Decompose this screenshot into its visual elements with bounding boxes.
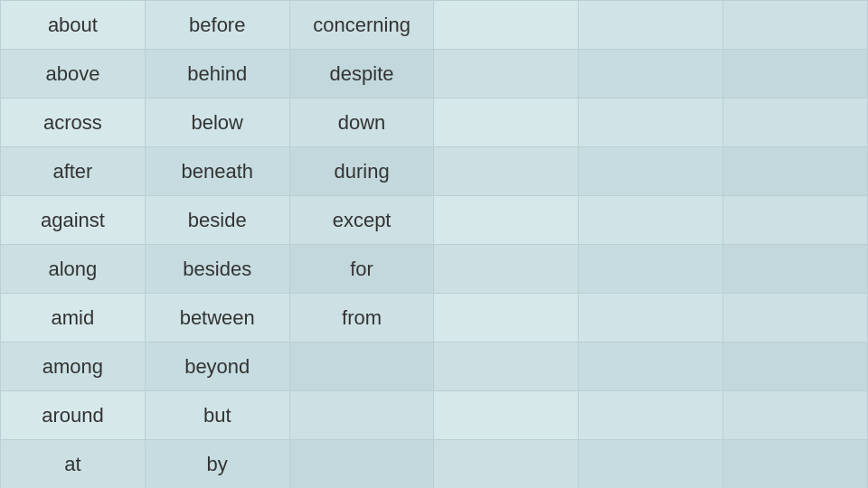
- cell-text: but: [203, 404, 231, 427]
- table-cell: beyond: [145, 343, 289, 391]
- table-cell: [723, 50, 868, 99]
- table-row: aroundbut: [1, 391, 868, 440]
- table-cell: below: [145, 99, 289, 147]
- table-cell: [434, 245, 579, 294]
- table-cell: [579, 294, 723, 343]
- table-cell: between: [145, 294, 289, 343]
- cell-text: below: [192, 111, 243, 135]
- cell-text: beside: [188, 209, 247, 232]
- cell-text: at: [64, 453, 80, 476]
- table-cell: down: [289, 99, 434, 147]
- cell-text: above: [45, 62, 99, 86]
- cell-text: around: [42, 404, 104, 427]
- cell-text: before: [189, 14, 245, 37]
- cell-text: across: [43, 111, 102, 135]
- table-cell: besides: [145, 245, 289, 294]
- table-cell: beside: [145, 196, 289, 245]
- table-row: acrossbelowdown: [1, 99, 868, 147]
- cell-text: for: [350, 258, 373, 281]
- table-cell: except: [289, 196, 434, 245]
- cell-text: despite: [330, 62, 394, 86]
- table-cell: [579, 50, 723, 99]
- table-cell: around: [1, 391, 146, 440]
- table-cell: [434, 196, 579, 245]
- cell-text: along: [48, 258, 97, 281]
- cell-text: among: [42, 355, 103, 379]
- table-row: abovebehinddespite: [1, 50, 868, 99]
- table-cell: [289, 440, 434, 489]
- table-cell: [723, 245, 868, 294]
- table-cell: for: [289, 245, 434, 294]
- cell-text: except: [333, 209, 392, 232]
- table-cell: among: [1, 343, 146, 391]
- cell-text: against: [41, 209, 105, 232]
- table-cell: amid: [1, 294, 146, 343]
- table-cell: [723, 1, 868, 50]
- cell-text: by: [207, 453, 228, 476]
- table-row: aboutbeforeconcerning: [1, 1, 868, 50]
- table-cell: [579, 196, 723, 245]
- table-cell: along: [1, 245, 146, 294]
- table-cell: [579, 1, 723, 50]
- table-cell: [434, 294, 579, 343]
- prepositions-table: aboutbeforeconcerningabovebehinddespitea…: [0, 0, 868, 488]
- table-cell: but: [145, 391, 289, 440]
- cell-text: beyond: [184, 355, 250, 379]
- table-cell: [579, 391, 723, 440]
- table-cell: before: [145, 1, 289, 50]
- table-cell: at: [1, 440, 146, 489]
- cell-text: after: [52, 160, 92, 183]
- table-cell: [289, 343, 434, 391]
- table-cell: [579, 245, 723, 294]
- cell-text: down: [338, 111, 386, 135]
- table-cell: [579, 440, 723, 489]
- table-cell: against: [1, 196, 146, 245]
- cell-text: during: [334, 160, 389, 183]
- table-cell: from: [289, 294, 434, 343]
- cell-text: behind: [187, 62, 247, 86]
- cell-text: concerning: [313, 14, 410, 37]
- table-cell: [434, 99, 579, 147]
- table-cell: beneath: [145, 147, 289, 196]
- table-cell: [723, 294, 868, 343]
- table-cell: [434, 147, 579, 196]
- table-cell: about: [1, 1, 146, 50]
- table-row: afterbeneathduring: [1, 147, 868, 196]
- cell-text: from: [342, 306, 382, 330]
- table-cell: during: [289, 147, 434, 196]
- table-cell: after: [1, 147, 146, 196]
- table-cell: [723, 147, 868, 196]
- table-row: againstbesideexcept: [1, 196, 868, 245]
- table-cell: [579, 147, 723, 196]
- table-cell: [434, 1, 579, 50]
- table-cell: [723, 343, 868, 391]
- table-row: alongbesidesfor: [1, 245, 868, 294]
- table-cell: [434, 391, 579, 440]
- table-cell: [434, 343, 579, 391]
- cell-text: about: [48, 14, 98, 37]
- table-cell: despite: [289, 50, 434, 99]
- table-cell: by: [145, 440, 289, 489]
- table-cell: concerning: [289, 1, 434, 50]
- table-cell: [434, 440, 579, 489]
- main-container: aboutbeforeconcerningabovebehinddespitea…: [0, 0, 868, 488]
- table-cell: behind: [145, 50, 289, 99]
- table-cell: [579, 99, 723, 147]
- table-row: atby: [1, 440, 868, 489]
- table-cell: [579, 343, 723, 391]
- table-cell: above: [1, 50, 146, 99]
- table-cell: [723, 196, 868, 245]
- table-cell: [434, 50, 579, 99]
- cell-text: besides: [183, 258, 251, 281]
- table-cell: [723, 391, 868, 440]
- cell-text: amid: [52, 306, 95, 330]
- table-cell: [289, 391, 434, 440]
- cell-text: between: [180, 306, 255, 330]
- table-cell: across: [1, 99, 146, 147]
- table-row: amidbetweenfrom: [1, 294, 868, 343]
- table-row: amongbeyond: [1, 343, 868, 391]
- table-cell: [723, 440, 868, 489]
- cell-text: beneath: [181, 160, 253, 183]
- table-cell: [723, 99, 868, 147]
